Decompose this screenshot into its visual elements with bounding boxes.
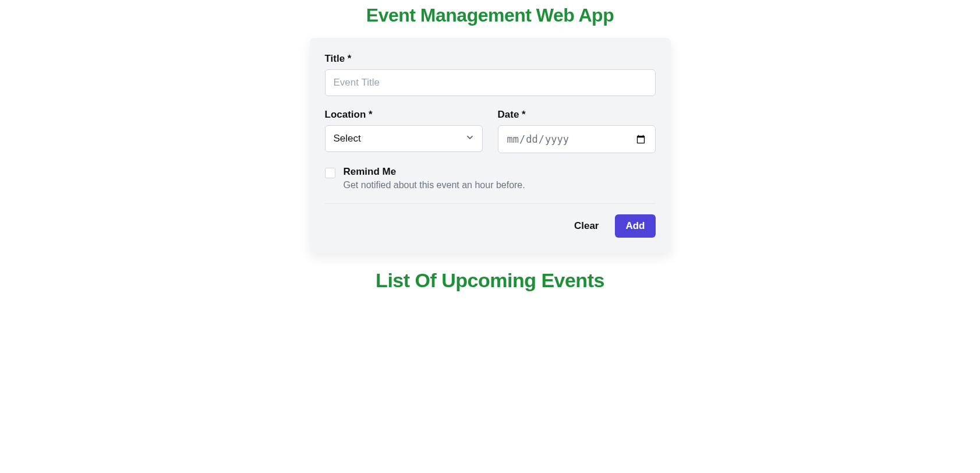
title-label: Title * bbox=[325, 53, 656, 65]
location-col: Location * Select bbox=[325, 109, 483, 153]
event-form-card: Title * Location * Select Date * Remind … bbox=[310, 38, 671, 253]
date-input[interactable] bbox=[498, 125, 656, 153]
list-title: List Of Upcoming Events bbox=[0, 269, 980, 292]
location-select-wrapper: Select bbox=[325, 125, 483, 152]
location-date-row: Location * Select Date * bbox=[325, 109, 656, 153]
date-label: Date * bbox=[498, 109, 656, 121]
remind-section: Remind Me Get notified about this event … bbox=[325, 166, 656, 190]
date-col: Date * bbox=[498, 109, 656, 153]
location-select[interactable]: Select bbox=[325, 125, 483, 152]
remind-texts: Remind Me Get notified about this event … bbox=[344, 166, 525, 190]
location-label: Location * bbox=[325, 109, 483, 121]
form-button-row: Clear Add bbox=[325, 214, 656, 238]
form-divider bbox=[325, 203, 656, 204]
page-title: Event Management Web App bbox=[0, 0, 980, 38]
remind-description: Get notified about this event an hour be… bbox=[344, 180, 525, 190]
title-input[interactable] bbox=[325, 69, 656, 96]
clear-button[interactable]: Clear bbox=[565, 214, 608, 238]
remind-checkbox[interactable] bbox=[325, 168, 335, 178]
remind-label: Remind Me bbox=[344, 166, 525, 178]
add-button[interactable]: Add bbox=[615, 214, 655, 238]
